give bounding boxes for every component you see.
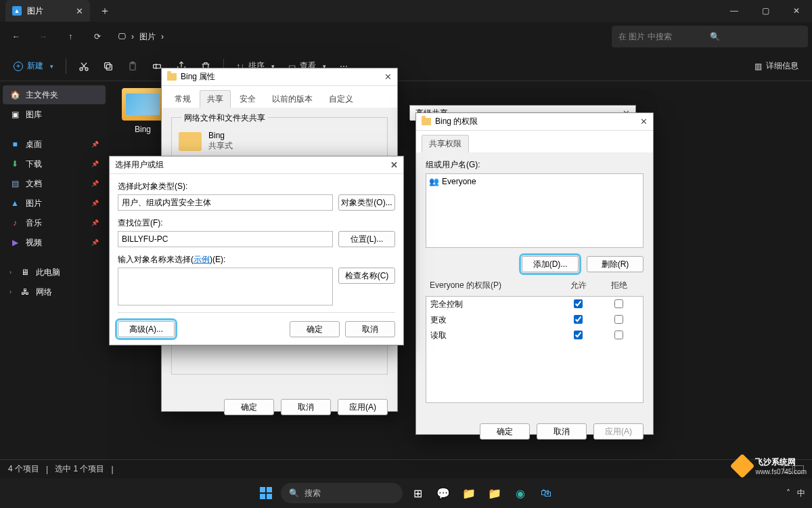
- dialog-titlebar[interactable]: Bing 属性 ✕: [162, 68, 397, 86]
- object-type-field[interactable]: [118, 194, 333, 211]
- taskbar-app-explorer[interactable]: 📁: [484, 482, 505, 504]
- deny-change-checkbox[interactable]: [614, 315, 623, 324]
- sidebar-item-gallery[interactable]: ▣图库: [3, 105, 106, 124]
- dialog-permissions: Bing 的权限 ✕ 共享权限 组或用户名(G): 👥 Everyone 添加(…: [415, 112, 654, 435]
- watermark-url: www.fs0745.com: [755, 468, 807, 475]
- chevron-right-icon: ›: [9, 289, 12, 295]
- taskbar-app-edge[interactable]: ◉: [510, 482, 531, 504]
- minimize-button[interactable]: —: [719, 0, 750, 22]
- ok-button[interactable]: 确定: [224, 399, 274, 415]
- close-icon[interactable]: ✕: [390, 160, 398, 170]
- location-button[interactable]: 位置(L)...: [338, 231, 395, 247]
- refresh-button[interactable]: ⟳: [85, 25, 110, 48]
- maximize-button[interactable]: ▢: [750, 0, 781, 22]
- list-item-everyone[interactable]: 👥 Everyone: [429, 177, 640, 186]
- group-label: 组或用户名(G):: [426, 159, 644, 171]
- gallery-icon: ▣: [9, 110, 20, 119]
- dialog-titlebar[interactable]: Bing 的权限 ✕: [416, 113, 653, 131]
- forward-button[interactable]: →: [31, 25, 55, 48]
- music-icon: ♪: [9, 218, 20, 228]
- pictures-icon: ▲: [12, 6, 22, 16]
- ok-button[interactable]: 确定: [290, 321, 340, 337]
- tab-security[interactable]: 安全: [232, 90, 263, 108]
- task-view-button[interactable]: ⊞: [407, 482, 428, 504]
- new-tab-button[interactable]: ＋: [99, 4, 110, 18]
- explorer-tab[interactable]: ▲ 图片 ✕: [5, 0, 90, 22]
- search-box[interactable]: 在 图片 中搜索 🔍: [612, 26, 808, 47]
- up-button[interactable]: ↑: [58, 25, 83, 48]
- apply-button[interactable]: 应用(A): [338, 399, 388, 415]
- dialog-titlebar[interactable]: 选择用户或组 ✕: [110, 156, 403, 174]
- taskbar-search[interactable]: 🔍搜索: [281, 483, 403, 503]
- details-pane-button[interactable]: ▥详细信息: [749, 56, 804, 77]
- chevron-right-icon: ›: [9, 269, 12, 276]
- share-status: 共享式: [208, 140, 233, 152]
- folder-icon: [122, 88, 164, 121]
- permissions-for-label: Everyone 的权限(P): [430, 280, 558, 291]
- tab-custom[interactable]: 自定义: [321, 90, 361, 108]
- taskbar-app-store[interactable]: 🛍: [535, 482, 557, 504]
- allow-read-checkbox[interactable]: [574, 331, 583, 339]
- status-item-count: 4 个项目: [8, 463, 39, 475]
- sidebar-item-thispc[interactable]: ›🖥此电脑: [3, 263, 106, 282]
- perm-row-change: 更改: [426, 312, 643, 328]
- search-icon: 🔍: [710, 32, 801, 41]
- taskbar-app[interactable]: 💬: [432, 482, 454, 504]
- tab-share[interactable]: 共享: [200, 90, 231, 108]
- dialog-tabs: 常规 共享 安全 以前的版本 自定义: [162, 86, 397, 108]
- start-button[interactable]: [255, 482, 277, 504]
- sidebar-item-network[interactable]: ›🖧网络: [3, 282, 106, 301]
- cancel-button[interactable]: 取消: [345, 321, 395, 337]
- sidebar-item-desktop[interactable]: ■桌面📌: [3, 135, 106, 154]
- close-tab-icon[interactable]: ✕: [76, 6, 83, 16]
- copy-button[interactable]: [97, 56, 119, 77]
- close-window-button[interactable]: ✕: [781, 0, 812, 22]
- allow-full-checkbox[interactable]: [574, 299, 583, 308]
- sidebar-item-videos[interactable]: ▶视频📌: [3, 233, 106, 252]
- breadcrumb-item[interactable]: 图片: [139, 31, 156, 43]
- deny-read-checkbox[interactable]: [614, 331, 623, 339]
- monitor-icon: 🖵: [118, 32, 126, 41]
- search-placeholder: 在 图片 中搜索: [618, 31, 710, 43]
- cancel-button[interactable]: 取消: [281, 399, 331, 415]
- sidebar-item-home[interactable]: 🏠主文件夹: [3, 85, 106, 104]
- sidebar-item-documents[interactable]: ▤文档📌: [3, 174, 106, 193]
- taskbar-app[interactable]: 📁: [458, 482, 480, 504]
- pin-icon: 📌: [91, 180, 99, 187]
- folder-label: Bing: [118, 125, 168, 134]
- allow-change-checkbox[interactable]: [574, 315, 583, 324]
- breadcrumb[interactable]: 🖵 › 图片 ›: [112, 26, 609, 47]
- close-icon[interactable]: ✕: [640, 117, 648, 127]
- sidebar-item-pictures[interactable]: ▲图片📌: [3, 194, 106, 213]
- tab-general[interactable]: 常规: [167, 90, 198, 108]
- close-icon[interactable]: ✕: [384, 72, 392, 82]
- ok-button[interactable]: 确定: [480, 423, 530, 440]
- advanced-button[interactable]: 高级(A)...: [118, 321, 175, 337]
- check-names-button[interactable]: 检查名称(C): [338, 268, 395, 284]
- remove-button[interactable]: 删除(R): [587, 256, 644, 272]
- deny-full-checkbox[interactable]: [614, 299, 623, 308]
- tab-previous[interactable]: 以前的版本: [265, 90, 320, 108]
- location-field[interactable]: [118, 231, 333, 247]
- ime-indicator[interactable]: 中: [797, 488, 805, 499]
- user-listbox[interactable]: 👥 Everyone: [426, 173, 644, 248]
- sidebar-item-downloads[interactable]: ⬇下载📌: [3, 154, 106, 173]
- folder-icon: [179, 132, 202, 151]
- back-button[interactable]: ←: [4, 25, 28, 48]
- add-button[interactable]: 添加(D)...: [522, 256, 579, 272]
- object-type-button[interactable]: 对象类型(O)...: [338, 194, 395, 211]
- sidebar-item-music[interactable]: ♪音乐📌: [3, 213, 106, 232]
- apply-button[interactable]: 应用(A): [593, 423, 644, 440]
- cut-button[interactable]: [73, 56, 95, 77]
- tray-chevron-icon[interactable]: ˄: [786, 488, 790, 498]
- folder-icon: [167, 73, 177, 81]
- svg-rect-2: [106, 64, 112, 70]
- tab-title: 图片: [27, 5, 43, 17]
- example-link[interactable]: 示例: [194, 255, 210, 264]
- folder-item-bing[interactable]: Bing: [118, 88, 168, 134]
- paste-button[interactable]: [122, 56, 143, 77]
- object-names-field[interactable]: [118, 268, 333, 305]
- new-button[interactable]: +新建▾: [8, 56, 59, 77]
- cancel-button[interactable]: 取消: [537, 423, 587, 440]
- tab-share-permissions[interactable]: 共享权限: [422, 135, 469, 152]
